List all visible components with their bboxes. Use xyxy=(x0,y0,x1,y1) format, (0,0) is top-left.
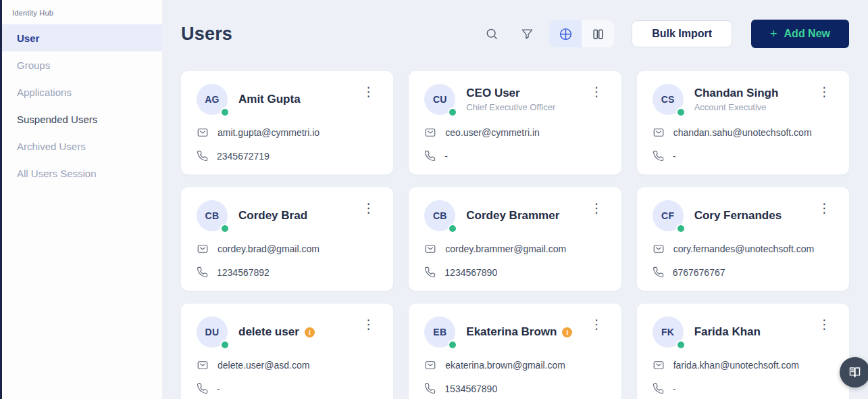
user-name: Farida Khan xyxy=(694,325,761,339)
user-name: delete user xyxy=(238,325,299,339)
phone-icon xyxy=(653,266,664,278)
sidebar-item-applications[interactable]: Applications xyxy=(0,78,162,105)
card-menu-button[interactable]: ⋮ xyxy=(815,84,834,99)
main-content: Users xyxy=(162,0,868,399)
user-phone: - xyxy=(444,151,448,162)
card-menu-button[interactable]: ⋮ xyxy=(815,316,834,332)
sidebar-item-user[interactable]: User xyxy=(0,24,162,51)
documentation-fab[interactable] xyxy=(840,357,868,388)
column-view-icon xyxy=(592,28,605,41)
avatar: CF xyxy=(653,200,684,231)
email-icon xyxy=(197,359,209,371)
online-status-dot xyxy=(676,340,686,350)
brand-title: Identity Hub xyxy=(0,0,162,17)
user-name: Cory Fernandes xyxy=(694,209,782,222)
card-menu-button[interactable]: ⋮ xyxy=(359,200,378,216)
user-email: ekaterina.brown@gmail.com xyxy=(445,360,565,371)
user-name: Cordey Brad xyxy=(238,209,307,222)
sidebar-item-label: Applications xyxy=(17,87,72,98)
user-email: delete.user@asd.com xyxy=(218,360,309,371)
user-card[interactable]: FK Farida Khan ⋮ farida.khan@unotechsoft… xyxy=(637,304,849,399)
phone-icon xyxy=(197,266,208,278)
email-icon xyxy=(653,359,665,371)
sidebar: Identity Hub User Groups Applications Su… xyxy=(0,0,162,399)
user-phone: 2345672719 xyxy=(217,151,270,162)
avatar: CB xyxy=(424,200,455,231)
filter-button[interactable] xyxy=(514,21,540,47)
email-icon xyxy=(424,359,436,371)
grid-view-button[interactable] xyxy=(549,20,582,47)
sidebar-edge-strip xyxy=(0,0,2,399)
sidebar-item-archived-users[interactable]: Archived Users xyxy=(0,133,162,160)
phone-icon xyxy=(424,150,436,162)
view-toggle xyxy=(549,20,614,47)
page-title: Users xyxy=(181,24,232,45)
search-button[interactable] xyxy=(479,21,505,47)
sidebar-nav: User Groups Applications Suspended Users… xyxy=(0,24,162,187)
card-menu-button[interactable]: ⋮ xyxy=(359,84,378,99)
sidebar-item-label: Suspended Users xyxy=(17,114,97,125)
user-phone: - xyxy=(673,151,676,162)
sidebar-item-label: User xyxy=(17,32,39,44)
user-name: Amit Gupta xyxy=(238,93,301,106)
sidebar-item-groups[interactable]: Groups xyxy=(0,51,162,78)
warning-info-icon[interactable]: i xyxy=(562,327,572,337)
card-menu-button[interactable]: ⋮ xyxy=(588,316,606,332)
toolbar: Bulk Import + Add New xyxy=(479,20,849,48)
user-card[interactable]: AG Amit Gupta ⋮ amit.gupta@cymmetri.io xyxy=(181,71,393,174)
user-card[interactable]: CS Chandan Singh Account Executive ⋮ cha… xyxy=(637,71,849,174)
email-icon xyxy=(424,243,436,255)
sidebar-item-suspended-users[interactable]: Suspended Users xyxy=(0,105,162,133)
user-card[interactable]: CF Cory Fernandes ⋮ cory.fernandes@unote… xyxy=(637,187,849,291)
user-email: cordey.brad@gmail.com xyxy=(218,243,320,254)
phone-icon xyxy=(197,383,208,394)
online-status-dot xyxy=(676,108,686,117)
avatar: AG xyxy=(197,84,228,115)
email-icon xyxy=(653,243,665,255)
book-icon xyxy=(848,365,862,379)
user-email: ceo.user@cymmetri.in xyxy=(445,127,539,138)
phone-icon xyxy=(653,150,664,162)
sidebar-item-label: All Users Session xyxy=(17,168,97,179)
user-name: Cordey Brammer xyxy=(466,209,559,222)
user-email: amit.gupta@cymmetri.io xyxy=(218,127,320,138)
avatar: CS xyxy=(653,84,684,115)
user-card[interactable]: EB Ekaterina Brown i ⋮ ekaterina.brown@g… xyxy=(409,304,621,399)
user-name: CEO User xyxy=(466,87,519,100)
bulk-import-button[interactable]: Bulk Import xyxy=(632,20,732,47)
user-card[interactable]: CU CEO User Chief Executive Officer ⋮ ce… xyxy=(409,71,621,174)
filter-icon xyxy=(521,28,534,41)
user-card[interactable]: CB Cordey Brammer ⋮ cordey.brammer@gmail… xyxy=(409,187,621,291)
email-icon xyxy=(424,126,436,139)
card-menu-button[interactable]: ⋮ xyxy=(588,200,606,216)
user-job-title: Account Executive xyxy=(694,102,779,112)
avatar: DU xyxy=(197,316,228,348)
add-new-label: Add New xyxy=(784,28,830,40)
user-phone: 1234567890 xyxy=(444,267,497,278)
add-new-button[interactable]: + Add New xyxy=(751,20,849,48)
email-icon xyxy=(653,126,665,139)
online-status-dot xyxy=(448,340,457,350)
users-grid: AG Amit Gupta ⋮ amit.gupta@cymmetri.io xyxy=(181,71,849,399)
user-email: cory.fernandes@unotechsoft.com xyxy=(673,243,815,254)
card-menu-button[interactable]: ⋮ xyxy=(588,84,606,99)
warning-info-icon[interactable]: i xyxy=(305,327,315,337)
sidebar-item-label: Archived Users xyxy=(17,141,86,152)
user-phone: 1534567890 xyxy=(444,383,497,394)
user-card[interactable]: DU delete user i ⋮ delete.user@asd.com xyxy=(181,304,393,399)
search-icon xyxy=(485,27,499,41)
card-menu-button[interactable]: ⋮ xyxy=(815,200,834,216)
sidebar-item-label: Groups xyxy=(17,60,50,71)
email-icon xyxy=(197,126,209,139)
column-view-button[interactable] xyxy=(582,20,614,47)
sidebar-item-all-users-session[interactable]: All Users Session xyxy=(0,160,162,187)
phone-icon xyxy=(424,266,436,278)
avatar: CB xyxy=(197,200,228,231)
email-icon xyxy=(197,243,209,255)
user-email: chandan.sahu@unotechsoft.com xyxy=(673,127,812,138)
online-status-dot xyxy=(448,224,457,233)
online-status-dot xyxy=(448,108,457,117)
online-status-dot xyxy=(220,340,230,350)
user-card[interactable]: CB Cordey Brad ⋮ cordey.brad@gmail.com xyxy=(181,187,393,291)
card-menu-button[interactable]: ⋮ xyxy=(359,316,378,332)
